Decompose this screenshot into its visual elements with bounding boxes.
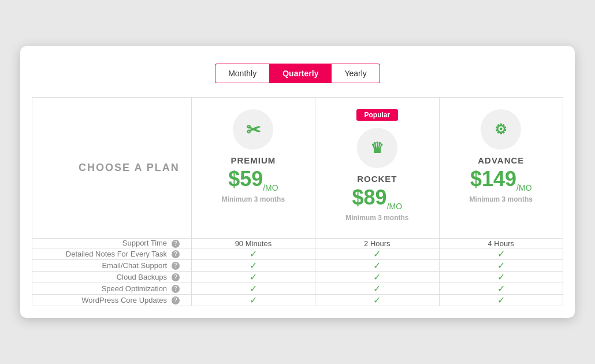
feature-value: ✓ xyxy=(315,283,439,294)
rocket-name: ROCKET xyxy=(321,174,433,184)
feature-label: Speed Optimization ? xyxy=(32,283,192,294)
premium-icon: ✂ xyxy=(233,109,273,150)
info-icon[interactable]: ? xyxy=(172,285,180,293)
checkmark-icon: ✓ xyxy=(497,272,505,282)
checkmark-icon: ✓ xyxy=(497,284,505,294)
info-icon[interactable]: ? xyxy=(172,240,180,248)
feature-row: Support Time ?90 Minutes2 Hours4 Hours xyxy=(32,239,563,248)
checkmark-icon: ✓ xyxy=(250,261,257,270)
checkmark-icon: ✓ xyxy=(373,295,381,305)
feature-value: ✓ xyxy=(191,294,315,306)
feature-value: 90 Minutes xyxy=(191,239,315,248)
checkmark-icon: ✓ xyxy=(250,295,257,305)
feature-value: ✓ xyxy=(315,248,439,259)
checkmark-icon: ✓ xyxy=(250,284,257,294)
premium-minimum: Minimum 3 months xyxy=(198,195,309,203)
billing-yearly-button[interactable]: Yearly xyxy=(332,64,380,83)
feature-value: ✓ xyxy=(439,259,563,271)
choose-plan-label: CHOOSE A PLAN xyxy=(79,162,180,173)
billing-toggle: Monthly Quarterly Yearly xyxy=(32,64,563,83)
feature-row: Cloud Backups ?✓✓✓ xyxy=(32,271,563,283)
info-icon[interactable]: ? xyxy=(172,296,180,304)
feature-value: ✓ xyxy=(439,248,563,259)
info-icon[interactable]: ? xyxy=(172,250,180,258)
advance-minimum: Minimum 3 months xyxy=(445,195,557,203)
feature-value: 4 Hours xyxy=(439,239,563,248)
feature-row: Email/Chat Support ?✓✓✓ xyxy=(32,259,563,271)
plan-header-premium: ✂ PREMIUM $59/MO Minimum 3 months xyxy=(191,98,315,239)
info-icon[interactable]: ? xyxy=(172,273,180,281)
billing-monthly-button[interactable]: Monthly xyxy=(215,64,269,83)
feature-label: Cloud Backups ? xyxy=(32,271,192,283)
rocket-price: $89/MO xyxy=(321,187,433,210)
feature-value: 2 Hours xyxy=(315,239,439,248)
checkmark-icon: ✓ xyxy=(373,284,381,294)
info-icon[interactable]: ? xyxy=(172,262,180,270)
popular-badge: Popular xyxy=(356,109,399,121)
feature-row: Detailed Notes For Every Task ?✓✓✓ xyxy=(32,248,563,259)
feature-row: Speed Optimization ?✓✓✓ xyxy=(32,283,563,294)
checkmark-icon: ✓ xyxy=(373,249,381,259)
checkmark-icon: ✓ xyxy=(497,295,505,305)
choose-plan-cell: CHOOSE A PLAN xyxy=(32,98,192,239)
checkmark-icon: ✓ xyxy=(250,249,257,259)
feature-value: ✓ xyxy=(191,283,315,294)
feature-value: ✓ xyxy=(315,259,439,271)
advance-icon: ⚙ xyxy=(481,109,521,150)
feature-value: ✓ xyxy=(191,271,315,283)
checkmark-icon: ✓ xyxy=(373,261,381,270)
feature-row: WordPress Core Updates ?✓✓✓ xyxy=(32,294,563,306)
feature-value: ✓ xyxy=(315,271,439,283)
feature-value: ✓ xyxy=(191,259,315,271)
feature-value: ✓ xyxy=(439,271,563,283)
checkmark-icon: ✓ xyxy=(497,249,505,259)
plan-header-advance: ⚙ ADVANCE $149/MO Minimum 3 months xyxy=(439,98,563,239)
rocket-minimum: Minimum 3 months xyxy=(321,214,433,222)
rocket-icon: ♛ xyxy=(357,128,397,168)
feature-value: ✓ xyxy=(315,294,439,306)
advance-price: $149/MO xyxy=(445,169,557,192)
checkmark-icon: ✓ xyxy=(497,261,505,270)
feature-label: Email/Chat Support ? xyxy=(32,259,192,271)
feature-value: ✓ xyxy=(439,294,563,306)
checkmark-icon: ✓ xyxy=(373,272,381,282)
billing-quarterly-button[interactable]: Quarterly xyxy=(269,64,332,83)
premium-price: $59/MO xyxy=(198,169,309,192)
feature-value: ✓ xyxy=(191,248,315,259)
feature-value: ✓ xyxy=(439,283,563,294)
advance-name: ADVANCE xyxy=(445,155,557,165)
pricing-table: CHOOSE A PLAN ✂ PREMIUM $59/MO Minimum 3… xyxy=(32,97,563,306)
premium-name: PREMIUM xyxy=(198,155,309,165)
pricing-card: Monthly Quarterly Yearly CHOOSE A PLAN ✂… xyxy=(20,46,575,318)
checkmark-icon: ✓ xyxy=(250,272,257,282)
feature-label: WordPress Core Updates ? xyxy=(32,294,192,306)
feature-label: Detailed Notes For Every Task ? xyxy=(32,248,192,259)
plan-header-rocket: Popular ♛ ROCKET $89/MO Minimum 3 months xyxy=(315,98,439,239)
feature-label: Support Time ? xyxy=(32,239,192,248)
